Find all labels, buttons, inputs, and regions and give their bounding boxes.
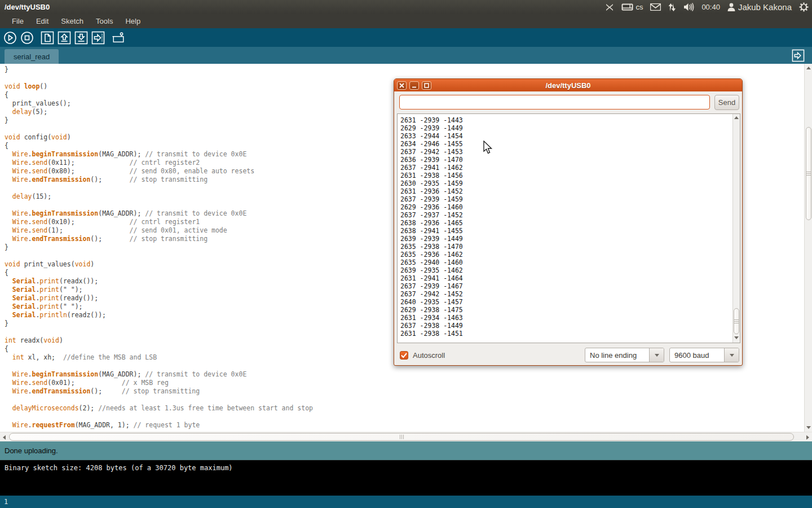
tab-serial-read[interactable]: serial_read bbox=[5, 49, 59, 64]
serial-send-input[interactable] bbox=[399, 95, 710, 110]
serial-scroll-down-arrow[interactable] bbox=[734, 336, 739, 339]
serial-monitor-titlebar[interactable]: /dev/ttyUSB0 bbox=[394, 79, 742, 91]
toolbar bbox=[0, 28, 812, 47]
tab-label: serial_read bbox=[14, 52, 50, 61]
send-button-label: Send bbox=[718, 98, 735, 107]
menu-help[interactable]: Help bbox=[119, 15, 147, 28]
status-bar: Done uploading. bbox=[0, 441, 812, 461]
maximize-button[interactable] bbox=[422, 81, 431, 90]
open-button[interactable] bbox=[58, 31, 71, 45]
chevron-down-icon[interactable] bbox=[724, 348, 739, 362]
menu-edit[interactable]: Edit bbox=[30, 15, 55, 28]
save-button[interactable] bbox=[74, 31, 88, 45]
editor-horizontal-scrollbar[interactable] bbox=[0, 432, 812, 441]
mail-icon[interactable] bbox=[650, 3, 661, 11]
scroll-left-arrow[interactable] bbox=[3, 435, 6, 440]
line-ending-dropdown[interactable]: No line ending bbox=[585, 348, 664, 362]
mouse-cursor bbox=[483, 141, 493, 157]
autoscroll-label[interactable]: Autoscroll bbox=[413, 351, 445, 360]
line-number: 1 bbox=[4, 498, 8, 506]
status-message: Done uploading. bbox=[5, 446, 58, 455]
upload-button[interactable] bbox=[91, 31, 105, 45]
send-button[interactable]: Send bbox=[714, 95, 739, 110]
session-gear-icon[interactable] bbox=[799, 2, 809, 12]
serial-monitor-controls: Autoscroll No line ending 9600 baud bbox=[394, 343, 742, 366]
scroll-down-arrow[interactable] bbox=[806, 426, 811, 429]
minimize-button[interactable] bbox=[409, 81, 419, 90]
serial-output-area[interactable]: 2631 -2939 -1443 2629 -2939 -1449 2633 -… bbox=[397, 113, 740, 343]
indicator-x-icon[interactable] bbox=[605, 3, 614, 12]
line-ending-value: No line ending bbox=[585, 348, 649, 362]
user-icon bbox=[727, 3, 735, 11]
baud-rate-dropdown[interactable]: 9600 baud bbox=[669, 348, 739, 362]
console-output: Binary sketch size: 4208 bytes (of a 307… bbox=[0, 461, 812, 496]
sync-arrows-icon[interactable] bbox=[668, 3, 676, 12]
keyboard-layout-indicator[interactable]: cs bbox=[636, 3, 643, 11]
menu-file[interactable]: File bbox=[6, 15, 30, 28]
serial-scroll-thumb[interactable] bbox=[734, 308, 739, 334]
focused-window-title: /dev/ttyUSB0 bbox=[5, 3, 50, 11]
stop-button[interactable] bbox=[20, 31, 34, 45]
serial-monitor-window: /dev/ttyUSB0 Send 2631 -2939 -1443 2629 … bbox=[394, 78, 743, 366]
tab-menu-button[interactable] bbox=[792, 49, 805, 62]
menubar: FileEditSketchToolsHelp bbox=[0, 14, 812, 28]
serial-monitor-button[interactable] bbox=[112, 31, 125, 45]
system-tray: cs 00:40 Jakub Kakona bbox=[605, 0, 809, 14]
clock[interactable]: 00:40 bbox=[701, 3, 720, 11]
new-sketch-button[interactable] bbox=[41, 31, 54, 45]
menu-sketch[interactable]: Sketch bbox=[55, 15, 90, 28]
editor-vertical-scroll-thumb[interactable] bbox=[806, 127, 811, 220]
scroll-up-arrow[interactable] bbox=[806, 67, 811, 69]
console-line: Binary sketch size: 4208 bytes (of a 307… bbox=[5, 464, 233, 472]
serial-vertical-scrollbar[interactable] bbox=[732, 114, 740, 343]
line-number-strip: 1 bbox=[0, 496, 812, 508]
menu-tools[interactable]: Tools bbox=[90, 15, 119, 28]
tab-bar: serial_read bbox=[0, 47, 812, 64]
serial-monitor-title: /dev/ttyUSB0 bbox=[394, 81, 742, 90]
baud-rate-value: 9600 baud bbox=[670, 348, 724, 362]
session-username[interactable]: Jakub Kakona bbox=[738, 2, 792, 12]
close-button[interactable] bbox=[397, 81, 407, 90]
editor-horizontal-scroll-thumb[interactable] bbox=[9, 433, 794, 441]
serial-scroll-up-arrow[interactable] bbox=[734, 116, 739, 119]
autoscroll-checkbox[interactable] bbox=[400, 351, 408, 360]
chevron-down-icon[interactable] bbox=[649, 348, 664, 362]
serial-output-rows: 2631 -2939 -1443 2629 -2939 -1449 2633 -… bbox=[398, 114, 740, 338]
verify-button[interactable] bbox=[3, 31, 17, 45]
volume-icon[interactable] bbox=[683, 3, 694, 11]
scroll-right-arrow[interactable] bbox=[806, 435, 809, 440]
keyboard-icon[interactable] bbox=[621, 3, 633, 11]
top-panel: /dev/ttyUSB0 cs 00:40 Jakub Kakona bbox=[0, 0, 812, 14]
editor-vertical-scrollbar[interactable] bbox=[804, 64, 812, 432]
